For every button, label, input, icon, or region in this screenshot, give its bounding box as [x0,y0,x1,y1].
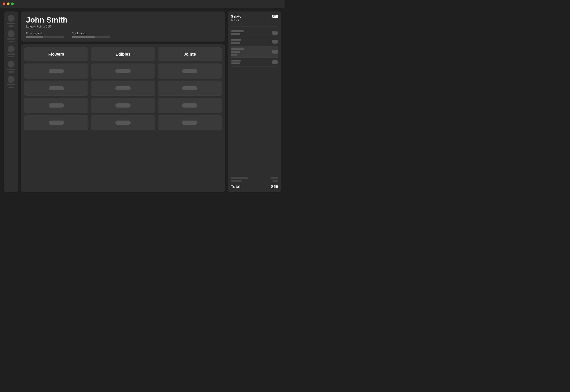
sidebar-line-5b [8,86,14,88]
sidebar-line-2b [8,41,14,42]
sidebar-line-4b [8,71,14,73]
product-card-5[interactable] [91,81,155,96]
product-grid-container: Flowers Edibles Joints [21,44,225,192]
product-card-2[interactable] [91,63,155,79]
sidebar-line-3b [8,56,14,57]
cli-line-1a [231,30,244,32]
titlebar [0,0,285,8]
cart-list-item-3[interactable] [231,46,278,58]
sidebar-line-5a [7,84,15,85]
cli-left-4 [231,60,241,64]
avatar-4 [8,61,14,68]
sidebar-item-5[interactable] [6,76,16,88]
customer-name: John Smith [26,16,220,24]
cart-total-value: $65 [271,184,278,189]
customer-card: John Smith Loyalty Points 600 FLowers li… [21,12,225,42]
cfl-right [270,177,278,182]
tab-flowers[interactable]: Flowers [24,47,88,61]
cfl-right-line-1 [270,177,278,179]
product-card-8[interactable] [91,98,155,113]
cli-line-4b [231,62,240,64]
cli-line-3c [231,54,237,56]
product-row-4 [24,115,222,130]
product-pill-8 [115,103,131,108]
cli-left-2 [231,39,241,44]
product-card-12[interactable] [158,115,222,130]
minimize-button[interactable] [7,2,10,5]
customer-loyalty: Loyalty Points 600 [26,25,220,28]
cart-list-item-4[interactable] [231,58,278,67]
product-card-7[interactable] [24,98,88,113]
edible-limit-label: Edible limit [72,32,110,35]
avatar-5 [8,76,14,83]
cfl-right-line-2 [272,180,278,182]
category-tabs: Flowers Edibles Joints [24,47,222,61]
cart-total-row: Total $65 [231,184,278,189]
edible-limit-track [72,36,110,38]
sidebar-line-1b [8,25,14,27]
cfl-line-2 [231,180,242,182]
flowers-limit-block: FLowers limit [26,32,64,38]
sidebar-item-1[interactable] [6,15,16,27]
cart-item-price: $65 [272,14,278,19]
product-card-10[interactable] [24,115,88,130]
sidebar-item-4[interactable] [6,61,16,73]
sidebar-item-2[interactable] [6,30,16,42]
sidebar-line-3a [7,54,15,55]
cart-list-item-1[interactable] [231,28,278,37]
cli-line-3b [231,51,240,53]
cart-item-name: Gelato [231,14,241,18]
cart-list [231,28,278,175]
flowers-limit-track [26,36,64,38]
sidebar [4,12,18,192]
cli-line-1b [231,33,240,35]
cli-toggle-2[interactable] [272,40,278,43]
product-card-4[interactable] [24,81,88,96]
sidebar-item-3[interactable] [6,45,16,57]
cart-footer-lines [231,177,278,182]
flowers-limit-label: FLowers limit [26,32,64,35]
product-rows [24,63,222,130]
product-row-2 [24,81,222,96]
product-card-6[interactable] [158,81,222,96]
cart-header-item: Gelato $65 × 1 $65 [231,14,278,22]
flowers-limit-fill [26,36,43,38]
cli-toggle-3[interactable] [272,50,278,54]
product-pill-11 [115,121,131,125]
cli-toggle-1[interactable] [272,31,278,35]
product-pill-2 [115,69,131,73]
cfl-left [231,177,248,182]
product-card-9[interactable] [158,98,222,113]
sidebar-line-1a [7,23,15,24]
product-card-3[interactable] [158,63,222,79]
limits-row: FLowers limit Edible limit [26,32,220,38]
product-pill-12 [182,121,197,125]
cart-header-left: Gelato $65 × 1 [231,14,241,22]
sidebar-line-2a [7,38,15,40]
tab-joints[interactable]: Joints [158,47,222,61]
product-card-11[interactable] [91,115,155,130]
cart-total-label: Total [231,184,240,189]
product-pill-7 [49,103,64,108]
cart-footer: Total $65 [231,177,278,189]
cli-left-3 [231,48,244,56]
app-body: John Smith Loyalty Points 600 FLowers li… [0,8,285,196]
product-card-1[interactable] [24,63,88,79]
cli-left-1 [231,30,244,35]
product-row-3 [24,98,222,113]
avatar-3 [8,45,14,52]
close-button[interactable] [3,2,5,5]
edible-limit-fill [72,36,95,38]
cart-list-item-2[interactable] [231,37,278,46]
cart-divider-1 [231,26,278,27]
cli-toggle-4[interactable] [272,60,278,64]
main-content: John Smith Loyalty Points 600 FLowers li… [21,12,225,192]
product-pill-1 [49,69,64,73]
cli-line-3a [231,48,244,50]
tab-edibles[interactable]: Edibles [91,47,155,61]
maximize-button[interactable] [11,2,14,5]
edible-limit-block: Edible limit [72,32,110,38]
sidebar-line-4a [7,69,15,70]
product-pill-5 [115,86,131,90]
product-pill-6 [182,86,197,90]
